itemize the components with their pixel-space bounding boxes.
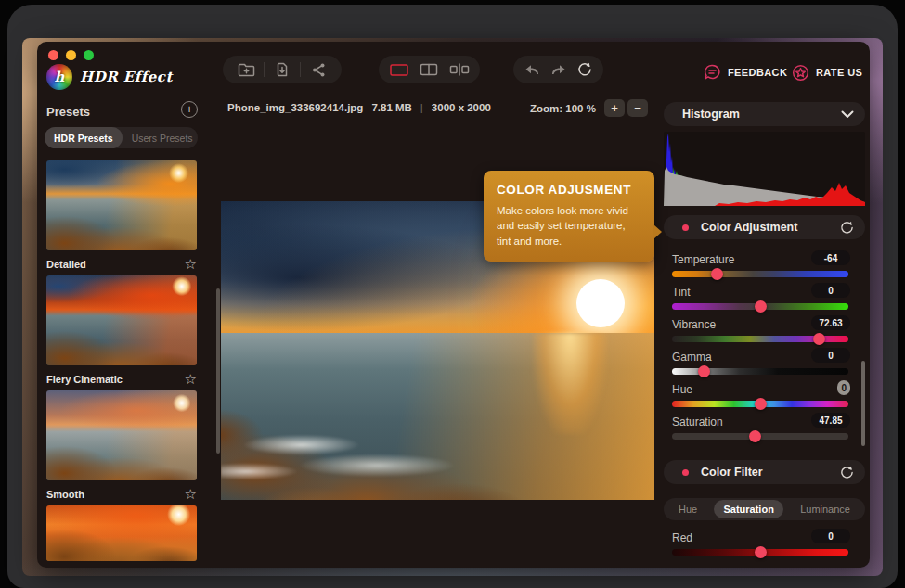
slider-handle[interactable] — [755, 300, 767, 313]
slider-temperature: Temperature -64 — [672, 253, 848, 281]
split-view-button[interactable] — [414, 56, 444, 83]
slider-handle[interactable] — [755, 546, 767, 558]
rate-us-label: RATE US — [816, 67, 862, 78]
color-filter-header[interactable]: Color Filter — [664, 460, 865, 484]
sidebar-scrollbar[interactable] — [216, 288, 220, 454]
app-title: HDR Effect — [80, 69, 173, 85]
preset-name: Smooth — [46, 489, 84, 500]
feedback-button[interactable]: FEEDBACK — [704, 63, 787, 82]
tooltip-title: COLOR ADJUSMENT — [497, 183, 641, 197]
slider-track[interactable] — [672, 271, 848, 277]
slider-track[interactable] — [672, 368, 848, 375]
slider-track[interactable] — [672, 433, 848, 440]
reset-color-filter-button[interactable] — [840, 466, 854, 479]
slider-track[interactable] — [672, 303, 848, 310]
slider-value[interactable]: 0 — [811, 283, 850, 298]
slider-value-input[interactable]: 0 — [837, 380, 850, 395]
export-file-icon — [275, 61, 290, 78]
preset-thumbnail[interactable] — [46, 505, 197, 561]
reset-icon — [577, 62, 592, 77]
slider-red: Red 0 — [672, 531, 848, 559]
color-filter-tabs: Hue Saturation Luminance — [664, 498, 865, 520]
tab-luminance[interactable]: Luminance — [791, 500, 860, 518]
preset-card-fiery-cinematic[interactable]: Fiery Cinematic ☆ — [46, 275, 197, 386]
slider-handle[interactable] — [749, 430, 761, 442]
preset-name: Fiery Cinematic — [46, 374, 123, 385]
toolbar-view-group — [379, 56, 480, 83]
reset-color-adjustment-button[interactable] — [840, 221, 854, 235]
minimize-window-button[interactable] — [66, 50, 76, 60]
share-button[interactable] — [301, 56, 336, 83]
slider-value[interactable]: 47.85 — [811, 413, 850, 428]
slider-track[interactable] — [672, 401, 848, 407]
tooltip-body: Make colors look more vivid and easily s… — [497, 203, 641, 249]
color-adjustment-header[interactable]: Color Adjustment — [664, 215, 865, 239]
redo-icon — [550, 63, 566, 76]
panel-enabled-dot[interactable] — [682, 469, 689, 476]
file-size: 7.81 MB — [371, 102, 411, 113]
chevron-down-icon — [841, 110, 854, 119]
slider-vibrance: Vibrance 72.63 — [672, 318, 848, 346]
zoom-in-button[interactable]: + — [604, 99, 625, 117]
add-preset-button[interactable]: + — [181, 101, 198, 118]
slider-handle[interactable] — [711, 268, 723, 280]
right-panel-scrollbar[interactable] — [861, 361, 865, 446]
undo-button[interactable] — [519, 56, 545, 83]
file-name: Phone_img_333692414.jpg — [227, 102, 363, 113]
preset-card-detailed[interactable]: Detailed ☆ — [46, 160, 197, 271]
preset-tabs: HDR Presets Users Presets — [45, 127, 198, 148]
open-folder-button[interactable] — [228, 56, 264, 83]
slider-handle[interactable] — [813, 333, 825, 345]
tab-hdr-presets[interactable]: HDR Presets — [45, 127, 123, 148]
feedback-icon — [704, 64, 721, 81]
slider-value[interactable]: -64 — [811, 250, 850, 265]
slider-handle[interactable] — [698, 365, 710, 377]
slider-handle[interactable] — [755, 398, 767, 410]
export-button[interactable] — [265, 56, 300, 83]
favorite-star-icon[interactable]: ☆ — [185, 372, 197, 386]
slider-value[interactable]: 0 — [811, 348, 850, 363]
collapse-toggle[interactable] — [841, 110, 854, 119]
file-info: Phone_img_333692414.jpg 7.81 MB | 3000 x… — [227, 102, 491, 113]
zoom-window-button[interactable] — [84, 50, 94, 60]
favorite-star-icon[interactable]: ☆ — [185, 487, 197, 501]
preset-card-partial[interactable] — [46, 505, 197, 561]
preset-name: Detailed — [46, 259, 86, 270]
file-dimensions: 3000 x 2000 — [432, 102, 491, 113]
slider-value[interactable]: 0 — [811, 529, 850, 543]
tab-users-presets[interactable]: Users Presets — [123, 127, 202, 148]
slider-value[interactable]: 72.63 — [811, 315, 850, 330]
toolbar-history-group — [513, 56, 603, 83]
preset-thumbnail[interactable] — [46, 160, 197, 250]
slider-tint: Tint 0 — [672, 286, 848, 313]
histogram-header[interactable]: Histogram — [664, 102, 865, 126]
tab-saturation[interactable]: Saturation — [714, 500, 782, 518]
slider-track[interactable] — [672, 549, 848, 556]
rate-us-button[interactable]: RATE US — [792, 63, 862, 82]
close-window-button[interactable] — [48, 50, 58, 60]
redo-button[interactable] — [545, 56, 571, 83]
preset-thumbnail[interactable] — [46, 390, 197, 480]
app-window: h HDR Effect — [37, 42, 870, 568]
toolbar-file-group — [223, 56, 342, 83]
app-logo-icon: h — [46, 64, 72, 90]
single-view-button[interactable] — [384, 56, 414, 83]
zoom-out-button[interactable]: − — [627, 99, 648, 117]
presets-title: Presets — [46, 105, 90, 119]
slider-gamma: Gamma 0 — [672, 351, 848, 378]
reset-all-button[interactable] — [572, 56, 598, 83]
slider-hue: Hue 0 — [672, 383, 848, 411]
window-controls — [48, 50, 94, 60]
before-after-view-button[interactable] — [445, 56, 474, 83]
preset-thumbnail[interactable] — [46, 275, 197, 365]
folder-add-icon — [238, 62, 255, 78]
color-adjustment-title: Color Adjustment — [701, 221, 797, 234]
tab-hue[interactable]: Hue — [669, 500, 706, 518]
favorite-star-icon[interactable]: ☆ — [185, 257, 197, 271]
panel-enabled-dot[interactable] — [682, 224, 689, 231]
slider-track[interactable] — [672, 336, 848, 342]
preset-card-smooth[interactable]: Smooth ☆ — [46, 390, 197, 501]
color-filter-title: Color Filter — [701, 466, 763, 479]
feedback-label: FEEDBACK — [728, 67, 787, 78]
app-logo: h HDR Effect — [46, 64, 173, 90]
